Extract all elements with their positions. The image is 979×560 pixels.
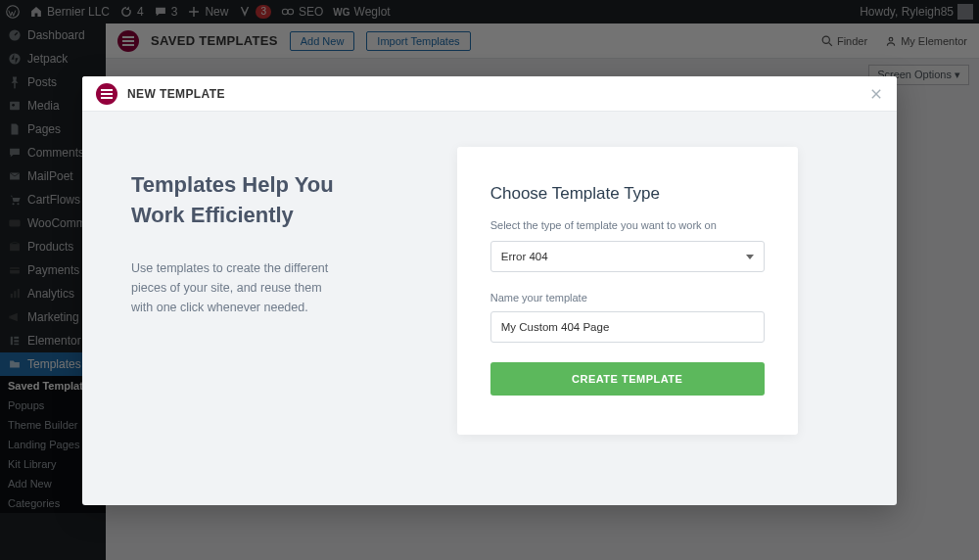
- intro-text: Use templates to create the different pi…: [131, 258, 347, 317]
- new-template-modal: NEW TEMPLATE Templates Help You Work Eff…: [82, 76, 897, 505]
- template-type-select[interactable]: Error 404: [490, 241, 765, 272]
- chevron-down-icon: [746, 255, 754, 259]
- intro-heading: Templates Help You Work Efficiently: [131, 170, 410, 231]
- intro-heading-line2: Work Efficiently: [131, 203, 294, 227]
- intro-heading-line1: Templates Help You: [131, 172, 334, 197]
- card-title: Choose Template Type: [490, 184, 765, 204]
- select-value: Error 404: [501, 251, 548, 262]
- name-label: Name your template: [490, 292, 765, 303]
- type-hint: Select the type of template you want to …: [490, 219, 765, 231]
- modal-close-button[interactable]: [869, 87, 883, 101]
- elementor-logo: [96, 83, 117, 105]
- close-icon: [869, 87, 883, 101]
- modal-title: NEW TEMPLATE: [127, 87, 225, 101]
- modal-intro: Templates Help You Work Efficiently Use …: [82, 112, 457, 505]
- create-template-button[interactable]: CREATE TEMPLATE: [490, 362, 765, 396]
- template-name-input[interactable]: [490, 311, 765, 343]
- modal-header: NEW TEMPLATE: [82, 76, 897, 112]
- template-form-card: Choose Template Type Select the type of …: [457, 147, 798, 435]
